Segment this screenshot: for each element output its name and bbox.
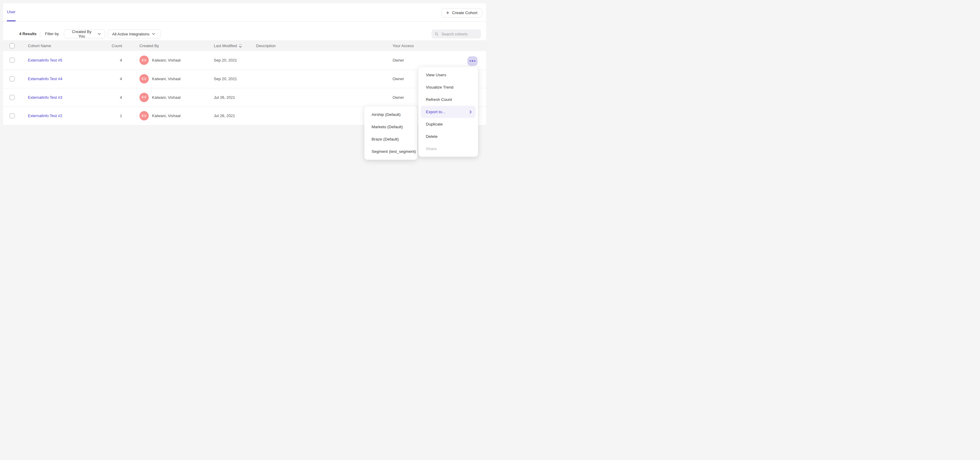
created-by-cell: KV Kalwani, Vishaal — [140, 88, 181, 107]
created-by-cell: KV Kalwani, Vishaal — [140, 70, 181, 88]
create-cohort-button[interactable]: + Create Cohort — [441, 8, 482, 18]
export-destination-item[interactable]: Airship (Default) — [364, 109, 417, 121]
cohort-name-link[interactable]: ExternalInfo Test #3 — [28, 95, 62, 100]
access-cell: Owner — [393, 51, 404, 70]
export-destination-item[interactable]: Segment (test_segment) — [364, 145, 417, 158]
menu-item-label: View Users — [426, 73, 446, 77]
table-header: Cohort Name Count Created By Last Modifi… — [3, 40, 486, 51]
menu-item[interactable]: Duplicate — [418, 118, 478, 130]
results-count: 4 Results — [19, 29, 37, 38]
row-checkbox[interactable] — [10, 113, 15, 118]
ellipsis-icon — [469, 60, 471, 62]
select-all-checkbox[interactable] — [10, 43, 15, 48]
export-destination-item[interactable]: Braze (Default) — [364, 133, 417, 145]
row-checkbox[interactable] — [10, 95, 15, 100]
export-submenu: Airship (Default) Marketo (Default) Braz… — [364, 106, 417, 160]
header-created-by: Created By — [140, 40, 159, 51]
header-cohort-name: Cohort Name — [28, 40, 51, 51]
created-by-cell: KV Kalwani, Vishaal — [140, 107, 181, 125]
cohorts-page: User + Create Cohort 4 Results Filter by… — [0, 0, 490, 230]
plus-icon: + — [446, 10, 450, 16]
header-last-modified[interactable]: Last Modified — [214, 40, 242, 51]
last-modified-cell: Sep 20, 2021 — [214, 70, 237, 88]
chevron-right-icon — [469, 110, 472, 113]
cohort-name-link[interactable]: ExternalInfo Test #4 — [28, 77, 62, 81]
vertical-divider — [40, 31, 40, 37]
integrations-dropdown[interactable]: All Active Integrations — [108, 29, 161, 38]
menu-item[interactable]: Refresh Count — [418, 93, 478, 106]
avatar: KV — [140, 111, 149, 120]
cohort-count: 1 — [93, 107, 122, 125]
header-count: Count — [93, 40, 122, 51]
menu-item[interactable]: View Users — [418, 69, 478, 81]
menu-item-label: Share — [426, 147, 437, 151]
row-actions-button[interactable] — [468, 56, 477, 66]
export-destination-item[interactable]: Marketo (Default) — [364, 121, 417, 133]
sort-arrows-icon — [239, 43, 242, 48]
row-checkbox[interactable] — [10, 76, 15, 81]
cohort-count: 4 — [93, 70, 122, 88]
menu-item[interactable]: Share — [418, 143, 478, 155]
filter-by-label: Filter by — [45, 29, 59, 38]
access-cell: Owner — [393, 88, 404, 107]
menu-item[interactable]: Delete — [418, 130, 478, 143]
row-checkbox[interactable] — [10, 58, 15, 63]
table-row: ExternalInfo Test #3 4 KV Kalwani, Visha… — [3, 88, 486, 107]
search-box — [431, 29, 481, 38]
last-modified-cell: Jul 26, 2021 — [214, 88, 235, 107]
chevron-down-icon — [152, 33, 155, 35]
created-by-name: Kalwani, Vishaal — [152, 77, 181, 81]
access-cell: Owner — [393, 70, 404, 88]
created-by-name: Kalwani, Vishaal — [152, 58, 181, 62]
chevron-down-icon — [98, 33, 101, 35]
created-by-dropdown-label: Created By You — [68, 29, 95, 38]
table-row: ExternalInfo Test #4 4 KV Kalwani, Visha… — [3, 70, 486, 88]
created-by-name: Kalwani, Vishaal — [152, 95, 181, 100]
menu-item-label: Refresh Count — [426, 97, 452, 102]
avatar: KV — [140, 93, 149, 102]
menu-item-label: Delete — [426, 134, 438, 139]
header-description: Description — [256, 40, 275, 51]
menu-item-label: Visualize Trend — [426, 85, 453, 89]
search-input[interactable] — [441, 32, 478, 37]
cohort-name-link[interactable]: ExternalInfo Test #2 — [28, 113, 62, 118]
menu-item-label: Export to... — [426, 110, 445, 114]
filter-bar: 4 Results Filter by Created By You All A… — [3, 22, 486, 40]
row-actions-menu: View Users Visualize Trend Refresh Count… — [418, 67, 478, 157]
cohort-name-link[interactable]: ExternalInfo Test #5 — [28, 58, 62, 62]
created-by-name: Kalwani, Vishaal — [152, 113, 181, 118]
cohort-count: 4 — [93, 51, 122, 70]
menu-item[interactable]: Export to... — [421, 106, 476, 118]
menu-item[interactable]: Visualize Trend — [418, 81, 478, 93]
tab-bar: User + Create Cohort — [3, 3, 486, 22]
avatar: KV — [140, 56, 149, 65]
created-by-cell: KV Kalwani, Vishaal — [140, 51, 181, 70]
last-modified-cell: Sep 20, 2021 — [214, 51, 237, 70]
header-your-access: Your Access — [393, 40, 414, 51]
search-icon — [434, 32, 438, 36]
cohort-count: 4 — [93, 88, 122, 107]
avatar: KV — [140, 74, 149, 83]
create-cohort-label: Create Cohort — [452, 11, 477, 15]
menu-item-label: Duplicate — [426, 122, 442, 126]
table-row: ExternalInfo Test #5 4 KV Kalwani, Visha… — [3, 51, 486, 70]
integrations-dropdown-label: All Active Integrations — [112, 32, 150, 36]
last-modified-cell: Jul 26, 2021 — [214, 107, 235, 125]
created-by-dropdown[interactable]: Created By You — [64, 29, 105, 38]
tab-user[interactable]: User — [7, 3, 16, 21]
